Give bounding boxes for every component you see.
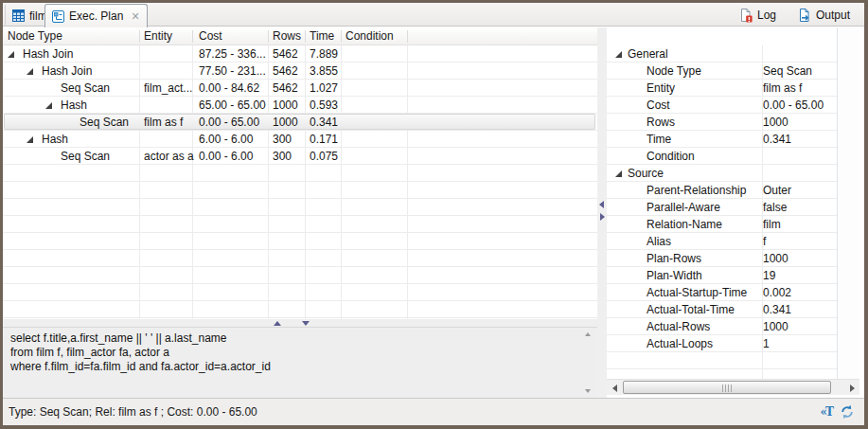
cell-node-type: Seq Scan	[61, 80, 110, 97]
cell-time: 1.027	[310, 80, 338, 97]
cell-entity: film_act...	[144, 80, 192, 97]
cell-value: 0.341	[763, 131, 791, 148]
expander-icon[interactable]	[27, 68, 33, 75]
cell-name: Relation-Name	[647, 216, 722, 233]
table-icon	[12, 9, 25, 22]
sql-text: select f.title,a.first_name || ' ' || a.…	[10, 331, 578, 374]
text-value-icon[interactable]: «T	[820, 405, 833, 419]
column-header-cost[interactable]: Cost	[199, 29, 222, 44]
property-row[interactable]: Condition	[607, 148, 837, 165]
cell-cost: 65.00 - 65.00	[199, 97, 266, 114]
properties-table: GeneralNode TypeSeq ScanEntityfilm as fC…	[607, 45, 837, 379]
property-row[interactable]: Plan-Rows1000	[607, 250, 837, 267]
property-row[interactable]: Node TypeSeq Scan	[607, 63, 837, 80]
cell-cost: 6.00 - 6.00	[199, 131, 253, 148]
tab-exec-plan[interactable]: Exec. Plan ✕	[44, 4, 148, 27]
plan-tree-table: Hash Join87.25 - 336...54627.889Hash Joi…	[3, 45, 597, 319]
cell-rows: 300	[273, 148, 292, 165]
cell-time: 0.341	[310, 114, 338, 131]
property-row[interactable]: Cost0.00 - 65.00	[607, 97, 837, 114]
plan-table-row[interactable]: Hash65.00 - 65.0010000.593	[3, 97, 597, 114]
property-row[interactable]: Entityfilm as f	[607, 80, 837, 97]
sql-line: from film f, film_actor fa, actor a	[10, 346, 578, 360]
cell-time: 0.075	[310, 148, 338, 165]
cell-name: Actual-Startup-Time	[647, 284, 747, 301]
cell-cost: 0.00 - 84.62	[199, 80, 259, 97]
cell-name: Actual-Loops	[647, 335, 713, 352]
cell-entity: actor as a	[144, 148, 194, 165]
cell-name: General	[628, 45, 668, 63]
horizontal-splitter[interactable]	[3, 319, 597, 327]
property-row[interactable]: Parent-RelationshipOuter	[607, 182, 837, 199]
collapse-up-icon[interactable]	[274, 321, 281, 326]
cell-name: Rows	[647, 114, 675, 131]
plan-table-row[interactable]: Seq Scanactor as a0.00 - 6.003000.075	[3, 148, 597, 165]
vertical-splitter[interactable]	[597, 27, 607, 398]
column-header-condition[interactable]: Condition	[345, 29, 394, 44]
expander-icon[interactable]	[8, 51, 14, 58]
property-row[interactable]: Actual-Startup-Time0.002	[607, 284, 837, 301]
cell-value: Seq Scan	[763, 63, 812, 80]
column-header-node-type[interactable]: Node Type	[8, 29, 62, 44]
property-row[interactable]: Parallel-Awarefalse	[607, 199, 837, 216]
cell-cost: 0.00 - 65.00	[199, 114, 259, 131]
log-button[interactable]: Log	[736, 6, 779, 25]
plan-table-row[interactable]: Hash6.00 - 6.003000.171	[3, 131, 597, 148]
cell-value: Outer	[763, 182, 791, 199]
document-output-icon	[798, 8, 811, 23]
property-row[interactable]: Plan-Width19	[607, 267, 837, 284]
property-section-row[interactable]: Source	[607, 165, 837, 182]
expander-icon[interactable]	[615, 170, 622, 177]
scroll-left-button[interactable]	[608, 382, 621, 394]
expander-icon[interactable]	[27, 136, 33, 143]
scroll-up-icon[interactable]	[585, 332, 591, 336]
plan-table-row[interactable]: Seq Scanfilm as f0.00 - 65.0010000.341	[3, 114, 597, 131]
property-row[interactable]: Actual-Rows1000	[607, 318, 837, 335]
sql-query-panel[interactable]: select f.title,a.first_name || ' ' || a.…	[3, 327, 597, 398]
horizontal-scrollbar[interactable]	[607, 379, 859, 395]
cell-value: 1000	[763, 250, 788, 267]
plan-table-row[interactable]: Seq Scanfilm_act...0.00 - 84.6254621.027	[3, 80, 597, 97]
property-row[interactable]: Relation-Namefilm	[607, 216, 837, 233]
property-section-row[interactable]: General	[607, 45, 837, 63]
cell-name: Actual-Total-Time	[647, 301, 735, 318]
cell-value: false	[763, 199, 787, 216]
column-header-rows[interactable]: Rows	[273, 29, 301, 44]
expander-icon[interactable]	[615, 51, 622, 58]
cell-time: 0.171	[310, 131, 338, 148]
property-row[interactable]: Time0.341	[607, 131, 837, 148]
collapse-down-icon[interactable]	[302, 321, 310, 326]
cell-value: 0.00 - 65.00	[763, 97, 824, 114]
output-button[interactable]: Output	[795, 6, 853, 25]
sql-line: where f.film_id=fa.film_id and fa.actor_…	[10, 360, 578, 374]
plan-table-row[interactable]: Hash Join77.50 - 231...54623.855	[3, 63, 597, 80]
plan-table-row[interactable]: Hash Join87.25 - 336...54627.889	[3, 45, 597, 63]
collapse-right-icon[interactable]	[600, 213, 605, 221]
cell-value: 0.002	[763, 284, 791, 301]
vertical-scrollbar-track[interactable]	[837, 27, 859, 379]
expander-icon[interactable]	[45, 102, 52, 109]
cell-cost: 0.00 - 6.00	[199, 148, 253, 165]
cell-name: Alias	[647, 233, 671, 250]
cell-cost: 87.25 - 336...	[199, 45, 266, 63]
property-row[interactable]: Aliasf	[607, 233, 837, 250]
property-row[interactable]: Actual-Total-Time0.341	[607, 301, 837, 318]
refresh-icon[interactable]	[840, 404, 855, 422]
close-icon[interactable]: ✕	[131, 10, 139, 23]
column-header-entity[interactable]: Entity	[144, 29, 172, 44]
scroll-right-button[interactable]	[845, 382, 859, 394]
cell-rows: 1000	[273, 114, 298, 131]
scroll-down-icon[interactable]	[585, 389, 591, 393]
cell-value: 1000	[763, 318, 788, 335]
properties-panel: GeneralNode TypeSeq ScanEntityfilm as fC…	[607, 27, 859, 398]
status-text: Type: Seq Scan; Rel: film as f ; Cost: 0…	[9, 405, 257, 419]
property-row[interactable]: Rows1000	[607, 114, 837, 131]
cell-node-type: Seq Scan	[61, 148, 110, 165]
cell-time: 0.593	[310, 97, 338, 114]
collapse-left-icon[interactable]	[599, 201, 604, 208]
column-header-time[interactable]: Time	[310, 29, 334, 44]
cell-time: 7.889	[310, 45, 338, 63]
property-row[interactable]: Actual-Loops1	[607, 335, 837, 352]
scrollbar-thumb[interactable]	[623, 381, 831, 394]
plan-icon	[52, 10, 64, 23]
